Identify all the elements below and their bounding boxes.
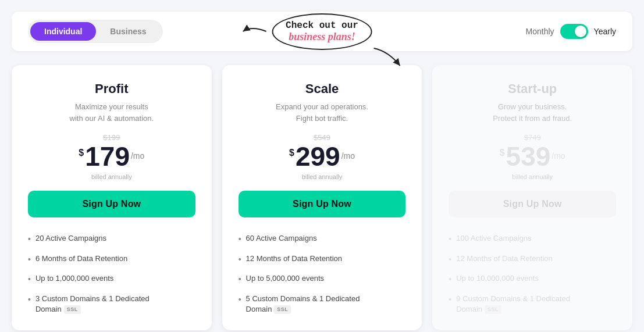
feature-item: • 100 Active Campaigns: [449, 229, 616, 249]
feature-text: 60 Active Campaigns: [246, 233, 317, 244]
plan-desc-startup: Grow your business.Protect it from ad fr…: [449, 101, 616, 124]
features-list-profit: • 20 Active Campaigns • 6 Months of Data…: [28, 229, 195, 319]
yearly-label: Yearly: [594, 27, 616, 36]
price-amount-scale: 299: [296, 143, 340, 170]
bullet-icon: •: [28, 254, 31, 266]
arrow-down-right-icon: [371, 45, 406, 69]
plan-name-startup: Start-up: [449, 81, 616, 97]
plan-card-scale: Scale Expand your ad operations.Fight bo…: [222, 65, 422, 330]
bullet-icon: •: [28, 274, 31, 285]
feature-item: • 12 Months of Data Retention: [449, 249, 616, 270]
toggle-knob: [575, 26, 586, 37]
plan-type-toggle: Individual Business: [28, 20, 163, 43]
bullet-icon: •: [28, 234, 31, 245]
signup-btn-profit[interactable]: Sign Up Now: [28, 191, 195, 217]
billed-note-startup: billed annually: [449, 173, 616, 180]
price-amount-profit: 179: [85, 143, 130, 170]
features-list-scale: • 60 Active Campaigns • 12 Months of Dat…: [239, 229, 406, 319]
price-period-scale: /mo: [341, 151, 355, 160]
price-row-scale: $ 299 /mo: [239, 143, 406, 170]
signup-btn-scale[interactable]: Sign Up Now: [239, 191, 406, 217]
feature-item: • Up to 10,000,000 events: [449, 269, 616, 290]
feature-item: • 5 Custom Domains & 1 DedicatedDomainSS…: [239, 290, 406, 319]
arrow-left-icon: [240, 23, 269, 40]
plan-desc-scale: Expand your ad operations.Fight bot traf…: [239, 101, 406, 124]
price-row-profit: $ 179 /mo: [28, 143, 195, 170]
ssl-badge: SSL: [274, 305, 291, 314]
individual-tab[interactable]: Individual: [30, 22, 96, 41]
plan-card-startup: Start-up Grow your business.Protect it f…: [432, 65, 632, 330]
price-section-profit: $199 $ 179 /mo: [28, 133, 195, 170]
feature-text: 6 Months of Data Retention: [35, 254, 127, 264]
plan-name-scale: Scale: [239, 81, 406, 97]
feature-text: 3 Custom Domains & 1 DedicatedDomainSSL: [35, 294, 150, 315]
feature-item: • 20 Active Campaigns: [28, 229, 195, 249]
feature-item: • 3 Custom Domains & 1 DedicatedDomainSS…: [28, 290, 195, 319]
feature-text: Up to 5,000,000 events: [246, 273, 324, 284]
promo-bubble: Check out our business plans!: [272, 13, 372, 50]
price-period-profit: /mo: [131, 151, 144, 160]
old-price-profit: $199: [28, 133, 195, 142]
feature-text: 5 Custom Domains & 1 DedicatedDomainSSL: [246, 294, 360, 315]
feature-item: • 6 Months of Data Retention: [28, 249, 195, 270]
billed-note-profit: billed annually: [28, 173, 195, 180]
price-period-startup: /mo: [552, 151, 565, 160]
price-section-startup: $749 $ 539 /mo: [449, 133, 616, 170]
feature-text: Up to 1,000,000 events: [35, 273, 113, 284]
plan-desc-profit: Maximize your resultswith our AI & autom…: [28, 101, 195, 124]
feature-item: • Up to 5,000,000 events: [239, 269, 406, 290]
ssl-badge: SSL: [64, 305, 81, 314]
feature-text: 9 Custom Domains & 1 DedicatedDomainSSL: [456, 294, 570, 315]
bullet-icon: •: [239, 254, 241, 266]
billed-note-scale: billed annually: [239, 173, 406, 180]
bullet-icon: •: [239, 234, 241, 245]
promo-line2: business plans!: [286, 31, 358, 43]
feature-text: 12 Months of Data Retention: [456, 254, 553, 264]
feature-item: • 12 Months of Data Retention: [239, 249, 406, 270]
feature-item: • 60 Active Campaigns: [239, 229, 406, 249]
top-bar: Individual Business Check out our busine…: [12, 12, 632, 51]
plans-grid: Profit Maximize your resultswith our AI …: [12, 65, 632, 330]
plan-name-profit: Profit: [28, 81, 195, 97]
old-price-scale: $549: [239, 133, 406, 142]
business-tab[interactable]: Business: [96, 22, 160, 41]
bullet-icon: •: [449, 274, 451, 285]
feature-item: • 9 Custom Domains & 1 DedicatedDomainSS…: [449, 290, 616, 319]
bullet-icon: •: [449, 234, 451, 245]
signup-btn-startup: Sign Up Now: [449, 191, 616, 217]
features-list-startup: • 100 Active Campaigns • 12 Months of Da…: [449, 229, 616, 319]
feature-text: 12 Months of Data Retention: [246, 254, 343, 264]
plan-card-profit: Profit Maximize your resultswith our AI …: [12, 65, 212, 330]
old-price-startup: $749: [449, 133, 616, 142]
price-dollar-scale: $: [289, 148, 294, 158]
bubble-oval: Check out our business plans!: [272, 13, 372, 50]
feature-item: • Up to 1,000,000 events: [28, 269, 195, 290]
price-dollar-startup: $: [500, 148, 505, 158]
ssl-badge: SSL: [485, 305, 501, 314]
feature-text: Up to 10,000,000 events: [456, 273, 539, 284]
feature-text: 20 Active Campaigns: [35, 233, 106, 244]
bullet-icon: •: [28, 294, 31, 306]
price-section-scale: $549 $ 299 /mo: [239, 133, 406, 170]
bullet-icon: •: [239, 294, 241, 306]
billing-switch[interactable]: [560, 24, 588, 39]
price-dollar-profit: $: [79, 148, 84, 158]
price-amount-startup: 539: [506, 143, 551, 170]
price-row-startup: $ 539 /mo: [449, 143, 616, 170]
bullet-icon: •: [449, 254, 451, 266]
feature-text: 100 Active Campaigns: [456, 233, 531, 244]
bullet-icon: •: [449, 294, 451, 306]
billing-toggle: Monthly Yearly: [526, 24, 616, 39]
bullet-icon: •: [239, 274, 241, 285]
monthly-label: Monthly: [526, 27, 554, 36]
promo-line1: Check out our: [286, 20, 358, 31]
